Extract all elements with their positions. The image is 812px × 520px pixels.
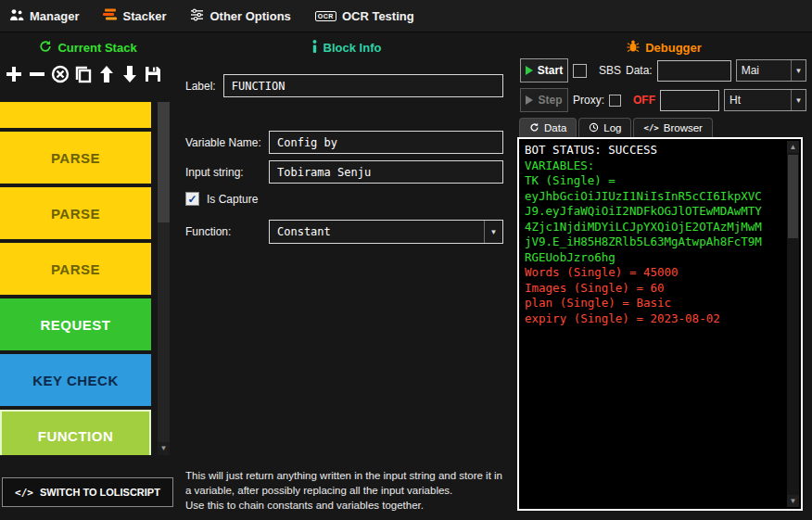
current-stack-panel: Current Stack PARSEPARSEPARSEPARSEREQUES… xyxy=(0,32,176,520)
is-capture-row: ✓ Is Capture xyxy=(185,192,503,206)
scroll-up-arrow-icon[interactable]: ▲ xyxy=(787,141,799,153)
stack-blocks: PARSEPARSEPARSEPARSEREQUESTKEY CHECKFUNC… xyxy=(0,102,151,455)
is-capture-checkbox[interactable]: ✓ xyxy=(185,192,199,206)
console-line: Words (Single) = 45000 xyxy=(525,265,782,281)
debugger-header: Debugger xyxy=(516,40,812,56)
block-description: This will just return anything written i… xyxy=(185,468,507,513)
data-label: Data: xyxy=(626,64,653,77)
wordlist-type-dropdown[interactable]: Mai ▼ xyxy=(736,59,806,82)
chevron-down-icon[interactable]: ▼ xyxy=(484,221,502,243)
stack-block-parse[interactable]: PARSE xyxy=(0,132,151,184)
code-icon: </> xyxy=(643,123,658,133)
function-row: Function: Constant ▼ xyxy=(185,220,503,244)
move-down-button[interactable] xyxy=(119,62,141,86)
console-line: jV9.E_iH85H8ZRlb5L63MgAtwpAh8FcT9M xyxy=(525,235,782,250)
stack-scrollbar[interactable]: ▼ xyxy=(158,102,170,455)
console-line: expiry (Single) = 2023-08-02 xyxy=(525,311,782,327)
tab-browser-label: Browser xyxy=(664,122,703,133)
input-string-input[interactable] xyxy=(269,160,503,184)
code-icon: </> xyxy=(15,487,33,499)
tab-data[interactable]: Data xyxy=(519,118,577,137)
refresh-icon xyxy=(529,122,539,134)
console-line: TK (Single) = xyxy=(525,173,782,189)
stack-block-request[interactable]: REQUEST xyxy=(0,298,151,350)
history-clock-icon xyxy=(589,122,599,134)
stack-toolbar xyxy=(3,62,164,86)
tab-browser[interactable]: </> Browser xyxy=(633,118,712,137)
stack-block-label: PARSE xyxy=(51,206,100,222)
current-stack-title: Current Stack xyxy=(57,41,136,55)
stack-block-label: KEY CHECK xyxy=(32,373,119,388)
sbs-label: SBS xyxy=(599,64,621,77)
input-string-row: Input string: xyxy=(185,160,503,184)
scrollbar-thumb[interactable] xyxy=(158,102,170,222)
sbs-checkbox[interactable] xyxy=(573,64,587,78)
stack-block-parse[interactable]: PARSE xyxy=(0,102,151,128)
step-button[interactable]: Step xyxy=(520,88,568,112)
manager-icon xyxy=(9,8,24,24)
stack-block-label: REQUEST xyxy=(40,317,110,333)
top-menu-bar: Manager Stacker Other Options OCR OCR Te… xyxy=(0,0,812,32)
debugger-panel: Debugger Start SBS Data: Mai ▼ Step Prox… xyxy=(516,32,812,520)
nav-stacker-label: Stacker xyxy=(122,9,166,23)
nav-ocr-testing[interactable]: OCR OCR Testing xyxy=(315,9,414,23)
input-string-label: Input string: xyxy=(185,166,265,179)
is-capture-label: Is Capture xyxy=(207,193,258,206)
disable-block-button[interactable] xyxy=(49,62,71,86)
stack-block-parse[interactable]: PARSE xyxy=(0,243,151,295)
stack-block-label: PARSE xyxy=(51,150,100,166)
scrollbar-thumb[interactable] xyxy=(788,155,798,238)
debugger-row-2: Step Proxy: OFF Ht ▼ xyxy=(520,88,806,112)
stack-block-parse[interactable]: PARSE xyxy=(0,187,151,239)
tab-log-label: Log xyxy=(603,122,621,133)
proxy-input[interactable] xyxy=(660,90,719,111)
proxy-checkbox[interactable] xyxy=(609,95,621,107)
proxy-type-dropdown[interactable]: Ht ▼ xyxy=(724,89,806,111)
scroll-down-arrow-icon[interactable]: ▼ xyxy=(158,442,170,455)
nav-stacker[interactable]: Stacker xyxy=(103,8,166,24)
remove-block-button[interactable] xyxy=(26,62,48,86)
label-field-label: Label: xyxy=(185,80,216,93)
debugger-title: Debugger xyxy=(645,41,702,55)
switch-button-label: SWITCH TO LOLISCRIPT xyxy=(40,487,160,498)
scroll-down-arrow-icon[interactable]: ▼ xyxy=(787,495,799,507)
start-button-label: Start xyxy=(538,64,563,77)
proxy-label: Proxy: xyxy=(573,94,604,107)
chevron-down-icon[interactable]: ▼ xyxy=(791,60,806,81)
console-line: VARIABLES: xyxy=(525,159,782,174)
block-info-panel: Block Info Label: Variable Name: Input s… xyxy=(176,32,516,520)
console-line: RGEUobJzro6hg xyxy=(525,250,782,266)
start-button[interactable]: Start xyxy=(520,58,568,82)
function-dropdown[interactable]: Constant ▼ xyxy=(269,220,503,244)
add-block-button[interactable] xyxy=(3,62,25,86)
data-input[interactable] xyxy=(657,60,731,82)
move-up-button[interactable] xyxy=(95,62,118,86)
proxy-type-value: Ht xyxy=(725,94,791,107)
nav-other-options-label: Other Options xyxy=(209,9,290,23)
label-input[interactable] xyxy=(223,74,503,97)
stack-block-key-check[interactable]: KEY CHECK xyxy=(0,354,151,406)
proxy-off-toggle[interactable]: OFF xyxy=(633,94,655,107)
tab-log[interactable]: Log xyxy=(578,118,631,137)
save-config-button[interactable] xyxy=(142,62,164,86)
nav-manager[interactable]: Manager xyxy=(9,8,79,24)
tab-data-label: Data xyxy=(544,122,566,133)
console-line: plan (Single) = Basic xyxy=(525,296,782,311)
recycle-icon xyxy=(39,40,52,56)
stack-block-label: PARSE xyxy=(51,261,100,277)
variable-name-row: Variable Name: xyxy=(185,131,503,154)
variable-name-input[interactable] xyxy=(269,131,503,154)
current-stack-header: Current Stack xyxy=(0,40,176,56)
chevron-down-icon[interactable]: ▼ xyxy=(791,90,806,110)
play-icon xyxy=(526,66,533,75)
variable-name-label: Variable Name: xyxy=(185,136,265,149)
debugger-tabs: Data Log </> Browser xyxy=(519,118,713,137)
play-icon xyxy=(526,95,533,105)
switch-to-loliscript-button[interactable]: </> SWITCH TO LOLISCRIPT xyxy=(2,477,173,507)
console-line: BOT STATUS: SUCCESS xyxy=(525,143,782,159)
stack-block-function[interactable]: FUNCTION xyxy=(0,410,151,455)
console-scrollbar[interactable]: ▲ ▼ xyxy=(787,141,799,507)
clone-block-button[interactable] xyxy=(72,62,95,86)
console-line: eyJhbGciOiJIUzI1NiIsInR5cCI6IkpXVC xyxy=(525,189,782,205)
nav-other-options[interactable]: Other Options xyxy=(190,8,290,24)
